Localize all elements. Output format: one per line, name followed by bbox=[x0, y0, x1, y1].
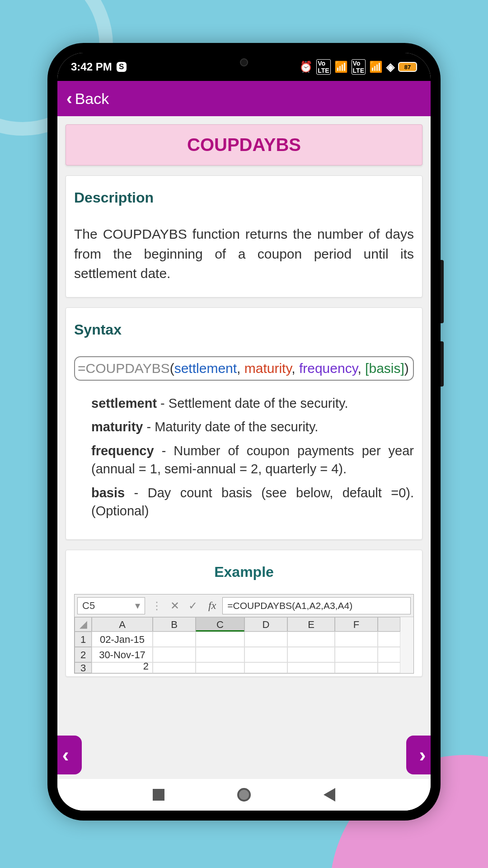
col-header[interactable] bbox=[378, 617, 400, 632]
front-camera bbox=[240, 58, 248, 66]
param-item: basis - Day count basis (see below, defa… bbox=[91, 484, 414, 520]
recent-apps-button[interactable] bbox=[153, 789, 164, 801]
cell[interactable]: 30-Nov-17 bbox=[92, 647, 153, 662]
page-title: COUPDAYBS bbox=[76, 135, 412, 155]
syntax-heading: Syntax bbox=[74, 321, 414, 338]
cell[interactable] bbox=[244, 647, 287, 662]
cell[interactable] bbox=[244, 662, 287, 673]
syntax-formula: =COUPDAYBS(settlement, maturity, frequen… bbox=[74, 356, 414, 381]
divider: ⋮ bbox=[148, 599, 166, 612]
notch bbox=[185, 53, 303, 71]
chevron-left-icon: ‹ bbox=[62, 744, 69, 766]
cell[interactable] bbox=[287, 647, 335, 662]
col-header[interactable]: E bbox=[287, 617, 335, 632]
description-section: Description The COUPDAYBS function retur… bbox=[66, 175, 422, 297]
param-list: settlement - Settlement date of the secu… bbox=[74, 394, 414, 521]
col-header[interactable]: A bbox=[92, 617, 153, 632]
syntax-section: Syntax =COUPDAYBS(settlement, maturity, … bbox=[66, 307, 422, 540]
col-header[interactable]: F bbox=[335, 617, 378, 632]
cell[interactable] bbox=[153, 632, 196, 647]
cell[interactable] bbox=[378, 647, 400, 662]
cell[interactable] bbox=[287, 632, 335, 647]
cell[interactable]: 2 bbox=[92, 662, 153, 673]
chevron-right-icon: › bbox=[419, 744, 426, 766]
content-area[interactable]: COUPDAYBS Description The COUPDAYBS func… bbox=[57, 116, 431, 779]
param-item: maturity - Maturity date of the security… bbox=[91, 418, 414, 436]
phone-frame: 3:42 PM S ⏰ VoLTE 📶 VoLTE 📶 ◈ 87 ‹ Back … bbox=[47, 43, 441, 821]
dropdown-icon: ▾ bbox=[135, 600, 140, 612]
signal-icon-2: 📶 bbox=[369, 61, 383, 73]
cell[interactable] bbox=[335, 647, 378, 662]
back-label: Back bbox=[75, 90, 109, 108]
battery-icon: 87 bbox=[398, 62, 417, 72]
row-header[interactable]: 2 bbox=[75, 647, 92, 662]
spreadsheet-toolbar: C5 ▾ ⋮ ✕ ✓ fx =COUPDAYBS(A1,A2,A3,A4) bbox=[75, 594, 413, 617]
select-all-corner[interactable]: ◢ bbox=[75, 617, 92, 632]
cancel-icon[interactable]: ✕ bbox=[166, 599, 184, 612]
example-heading: Example bbox=[74, 564, 414, 580]
spreadsheet: C5 ▾ ⋮ ✕ ✓ fx =COUPDAYBS(A1,A2,A3,A4) ◢ … bbox=[74, 594, 414, 674]
description-text: The COUPDAYBS function returns the numbe… bbox=[74, 224, 414, 283]
cell[interactable] bbox=[196, 632, 244, 647]
fx-icon[interactable]: fx bbox=[202, 599, 222, 612]
cell[interactable]: 02-Jan-15 bbox=[92, 632, 153, 647]
app-header: ‹ Back bbox=[57, 81, 431, 116]
confirm-icon[interactable]: ✓ bbox=[184, 599, 202, 612]
col-header[interactable]: B bbox=[153, 617, 196, 632]
chevron-left-icon: ‹ bbox=[66, 89, 72, 108]
next-button[interactable]: › bbox=[406, 736, 431, 774]
spreadsheet-grid[interactable]: ◢ A B C D E F 1 02-Jan-15 bbox=[75, 617, 413, 673]
status-time: 3:42 PM bbox=[71, 61, 112, 73]
volume-button bbox=[441, 260, 444, 323]
param-item: frequency - Number of coupon payments pe… bbox=[91, 442, 414, 478]
cell[interactable] bbox=[196, 647, 244, 662]
wifi-icon: ◈ bbox=[386, 61, 394, 73]
cell[interactable] bbox=[153, 662, 196, 673]
cell[interactable] bbox=[153, 647, 196, 662]
col-header[interactable]: C bbox=[196, 617, 244, 632]
cell[interactable] bbox=[196, 662, 244, 673]
volte-icon-2: VoLTE bbox=[352, 59, 366, 75]
cell[interactable] bbox=[287, 662, 335, 673]
cell[interactable] bbox=[335, 632, 378, 647]
name-box[interactable]: C5 ▾ bbox=[77, 597, 145, 614]
description-heading: Description bbox=[74, 189, 414, 206]
cell[interactable] bbox=[378, 662, 400, 673]
back-button[interactable]: ‹ Back bbox=[66, 89, 109, 108]
signal-icon-1: 📶 bbox=[334, 61, 348, 73]
row-header[interactable]: 3 bbox=[75, 662, 92, 673]
back-nav-button[interactable] bbox=[324, 788, 335, 802]
volte-icon-1: VoLTE bbox=[316, 59, 330, 75]
prev-button[interactable]: ‹ bbox=[57, 736, 82, 774]
row-header[interactable]: 1 bbox=[75, 632, 92, 647]
s-app-icon: S bbox=[117, 62, 127, 72]
cell[interactable] bbox=[335, 662, 378, 673]
param-item: settlement - Settlement date of the secu… bbox=[91, 394, 414, 413]
cell[interactable] bbox=[378, 632, 400, 647]
col-header[interactable]: D bbox=[244, 617, 287, 632]
cell[interactable] bbox=[244, 632, 287, 647]
home-button[interactable] bbox=[237, 788, 251, 802]
android-nav-bar bbox=[57, 779, 431, 811]
power-button bbox=[441, 341, 444, 387]
formula-bar[interactable]: =COUPDAYBS(A1,A2,A3,A4) bbox=[222, 597, 411, 614]
title-card: COUPDAYBS bbox=[66, 124, 422, 165]
example-section: Example C5 ▾ ⋮ ✕ ✓ fx =COUPDAYBS(A1,A2,A… bbox=[66, 550, 422, 677]
